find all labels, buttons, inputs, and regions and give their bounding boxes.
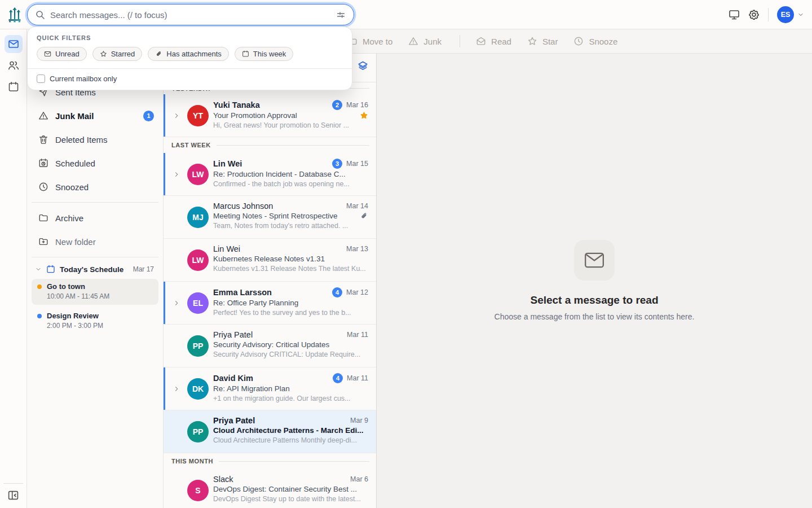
star-button[interactable]: Star xyxy=(527,36,558,46)
warning-triangle-icon xyxy=(38,111,48,121)
chevron-down-icon xyxy=(35,266,42,273)
schedule-event[interactable]: Go to town 10:00 AM - 11:45 AM xyxy=(32,279,158,305)
calendar-icon xyxy=(8,81,19,93)
expand-thread-icon[interactable] xyxy=(173,299,180,306)
display-settings-icon[interactable] xyxy=(729,9,740,20)
mail-icon xyxy=(44,50,51,58)
message-subject: Your Promotion Approval xyxy=(213,111,355,120)
folder-icon xyxy=(38,213,48,223)
sidebar-item-archive[interactable]: Archive xyxy=(27,206,163,230)
search-icon xyxy=(36,10,45,19)
sidebar-item-deleted-items[interactable]: Deleted Items xyxy=(27,128,163,151)
sender-name: Lin Wei xyxy=(213,244,342,253)
schedule-date: Mar 17 xyxy=(133,265,154,273)
search-bar[interactable] xyxy=(27,4,354,25)
message-row[interactable]: DK David Kim 4 Mar 11 Re: API Migration … xyxy=(164,367,376,410)
message-preview: Kubernetes v1.31 Release Notes The lates… xyxy=(213,265,368,273)
topbar-divider xyxy=(768,8,769,21)
message-subject: Re: Production Incident - Database C... xyxy=(213,170,368,178)
search-filters-icon[interactable] xyxy=(336,10,346,20)
snooze-button[interactable]: Snooze xyxy=(573,36,617,46)
sender-name: Lin Wei xyxy=(213,159,328,168)
message-preview: +1 on the migration guide. Our largest c… xyxy=(213,395,368,402)
sender-name: Priya Patel xyxy=(213,330,343,339)
empty-state: Select a message to read Choose a messag… xyxy=(377,240,812,321)
message-row[interactable]: YT Yuki Tanaka 2 Mar 16 Your Promotion A… xyxy=(164,94,376,137)
collapse-panel-icon xyxy=(7,489,19,501)
thread-count-badge: 2 xyxy=(332,100,342,110)
account-menu-button[interactable]: ES xyxy=(777,6,804,23)
today-schedule-header[interactable]: Today's Schedule Mar 17 xyxy=(27,261,163,278)
top-bar: ES xyxy=(0,0,812,29)
message-subject: Meeting Notes - Sprint Retrospective xyxy=(213,212,355,220)
group-by-thread-toggle[interactable] xyxy=(358,60,368,71)
message-row-selected[interactable]: PP Priya Patel Mar 9 Cloud Architecture … xyxy=(164,410,376,453)
gear-icon[interactable] xyxy=(748,9,760,20)
message-date: Mar 15 xyxy=(346,160,368,168)
avatar: DK xyxy=(187,378,209,400)
avatar: YT xyxy=(187,105,209,126)
quick-filter-chips: Unread Starred Has attachments This week xyxy=(37,47,343,61)
expand-thread-icon[interactable] xyxy=(173,385,180,392)
sidebar-item-scheduled[interactable]: Scheduled xyxy=(27,151,163,175)
star-filled-icon[interactable] xyxy=(360,111,368,120)
message-row[interactable]: LW Lin Wei Mar 13 Kubernetes Release Not… xyxy=(164,239,376,282)
sender-name: Emma Larsson xyxy=(213,288,328,297)
filter-chip-this-week[interactable]: This week xyxy=(235,47,294,61)
avatar: MJ xyxy=(187,207,209,228)
message-row[interactable]: S Slack Mar 6 DevOps Digest: Container S… xyxy=(164,469,376,508)
move-to-button[interactable]: Move to xyxy=(347,36,392,46)
paperclip-icon xyxy=(360,212,368,220)
sidebar-item-junk-mail[interactable]: Junk Mail 1 xyxy=(27,104,163,128)
message-date: Mar 16 xyxy=(346,101,368,109)
schedule-event[interactable]: Design Review 2:00 PM - 3:00 PM xyxy=(32,308,158,334)
filter-chip-has-attachments[interactable]: Has attachments xyxy=(148,47,229,61)
toolbar-divider xyxy=(460,35,460,47)
reading-pane: Select a message to read Choose a messag… xyxy=(377,54,812,508)
message-row[interactable]: PP Priya Patel Mar 11 Security Advisory:… xyxy=(164,325,376,367)
read-button[interactable]: Read xyxy=(476,36,511,46)
message-preview: Perfect! Yes to the survey and yes to th… xyxy=(213,309,368,317)
thread-count-badge: 4 xyxy=(332,287,342,297)
expand-thread-icon[interactable] xyxy=(173,170,180,178)
avatar: LW xyxy=(187,164,209,185)
current-mailbox-only-checkbox[interactable]: Current mailbox only xyxy=(37,75,343,83)
event-dot xyxy=(37,284,42,289)
app-rail xyxy=(0,29,27,508)
avatar: PP xyxy=(187,421,209,443)
message-row[interactable]: EL Emma Larsson 4 Mar 12 Re: Office Part… xyxy=(164,282,376,325)
folder-plus-icon xyxy=(38,237,48,247)
new-folder-button[interactable]: New folder xyxy=(27,230,163,253)
sender-name: Slack xyxy=(213,475,346,484)
sender-name: Yuki Tanaka xyxy=(213,100,328,110)
group-header: LAST WEEK xyxy=(164,137,376,153)
folder-sidebar: Sent Items Junk Mail 1 Deleted Items Sch… xyxy=(27,29,164,508)
message-date: Mar 6 xyxy=(350,475,368,483)
junk-button[interactable]: Junk xyxy=(408,36,442,46)
search-input[interactable] xyxy=(50,10,330,20)
checkbox[interactable] xyxy=(37,75,45,83)
expand-thread-icon[interactable] xyxy=(173,112,180,119)
filter-chip-starred[interactable]: Starred xyxy=(92,47,143,61)
clock-icon xyxy=(573,36,584,46)
rail-people-button[interactable] xyxy=(5,56,23,75)
filter-chip-unread[interactable]: Unread xyxy=(37,47,87,61)
chevron-down-icon xyxy=(797,11,804,18)
layers-icon xyxy=(358,60,368,71)
message-row[interactable]: MJ Marcus Johnson Mar 14 Meeting Notes -… xyxy=(164,196,376,239)
avatar: LW xyxy=(187,249,209,271)
calendar-clock-icon xyxy=(38,158,48,168)
avatar: ES xyxy=(777,6,794,23)
message-date: Mar 14 xyxy=(346,202,368,210)
rail-mail-button[interactable] xyxy=(5,35,23,53)
collapse-sidebar-button[interactable] xyxy=(7,489,19,501)
warning-triangle-icon xyxy=(408,36,418,46)
message-row[interactable]: LW Lin Wei 3 Mar 15 Re: Production Incid… xyxy=(164,153,376,196)
rail-calendar-button[interactable] xyxy=(5,78,23,96)
sidebar-item-snoozed[interactable]: Snoozed xyxy=(27,175,163,199)
message-subject: Cloud Architecture Patterns - March Edi.… xyxy=(213,426,368,435)
message-preview: Team, Notes from today's retro attached.… xyxy=(213,222,368,230)
event-time: 2:00 PM - 3:00 PM xyxy=(47,322,153,330)
quick-filters-dropdown: QUICK FILTERS Unread Starred Has attachm… xyxy=(27,27,352,90)
sender-name: David Kim xyxy=(213,374,329,383)
